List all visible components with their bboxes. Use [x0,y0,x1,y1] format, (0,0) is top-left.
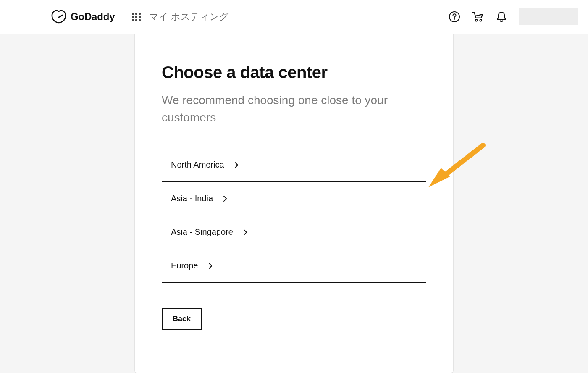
chevron-right-icon [208,263,213,269]
bell-icon[interactable] [496,11,507,23]
top-bar-left: GoDaddy マイ ホスティング [0,10,229,24]
data-center-card: Choose a data center We recommend choosi… [134,34,454,373]
chevron-right-icon [243,229,247,236]
cart-icon[interactable] [472,11,484,23]
region-label: Europe [171,261,198,271]
region-label: Asia - India [171,194,213,203]
svg-point-3 [480,19,481,21]
back-button[interactable]: Back [162,308,202,330]
page-body: Choose a data center We recommend choosi… [0,34,588,373]
region-item-europe[interactable]: Europe [162,249,426,283]
svg-point-1 [454,18,455,20]
help-icon[interactable] [449,11,460,23]
brand-logo[interactable]: GoDaddy [51,10,115,24]
region-list: North America Asia - India Asia - Singap… [162,148,426,283]
chevron-right-icon [223,195,227,202]
svg-point-2 [475,19,477,21]
region-item-asia-india[interactable]: Asia - India [162,182,426,215]
breadcrumb[interactable]: マイ ホスティング [149,11,229,23]
chevron-right-icon [234,162,239,168]
region-label: North America [171,160,224,170]
region-item-asia-singapore[interactable]: Asia - Singapore [162,215,426,249]
top-bar: GoDaddy マイ ホスティング [0,0,588,34]
top-bar-right [449,8,578,25]
region-item-north-america[interactable]: North America [162,148,426,182]
page-subtitle: We recommend choosing one close to your … [162,92,426,126]
account-menu[interactable] [519,8,578,25]
apps-grid-icon[interactable] [132,13,141,21]
divider [123,12,123,22]
godaddy-logo-icon [51,10,66,24]
brand-name: GoDaddy [71,11,115,23]
region-label: Asia - Singapore [171,227,233,237]
page-title: Choose a data center [162,63,426,82]
